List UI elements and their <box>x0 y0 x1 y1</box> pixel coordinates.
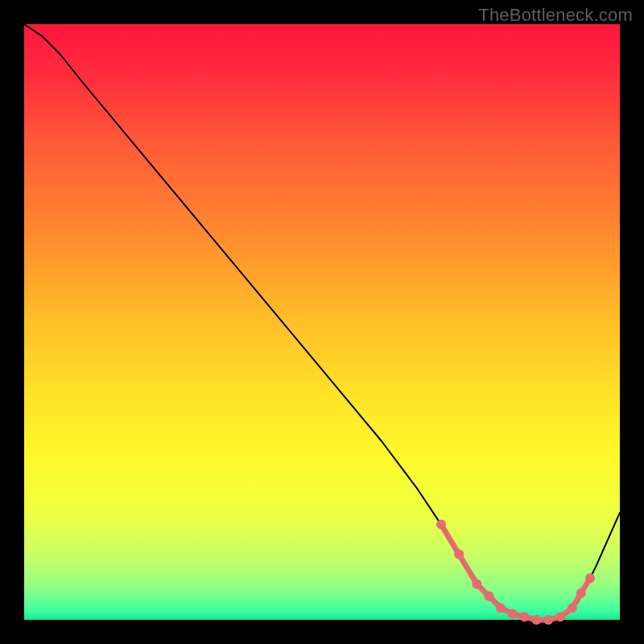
highlight-dot <box>543 615 553 625</box>
highlight-dot <box>555 612 565 621</box>
highlight-dot <box>520 612 530 621</box>
highlight-dot <box>576 588 586 598</box>
highlight-dot <box>484 591 493 601</box>
highlight-dot <box>531 615 541 625</box>
highlight-dot <box>496 603 506 613</box>
chart-svg <box>0 0 644 644</box>
plot-background <box>24 24 620 620</box>
chart-stage: TheBottleneck.com <box>0 0 644 644</box>
highlight-dot <box>454 550 464 559</box>
highlight-dot <box>472 580 481 589</box>
highlight-dot <box>508 609 518 619</box>
highlight-dot <box>436 520 446 530</box>
watermark-text: TheBottleneck.com <box>478 5 633 26</box>
highlight-dot <box>568 603 577 613</box>
highlight-dot <box>585 573 595 583</box>
